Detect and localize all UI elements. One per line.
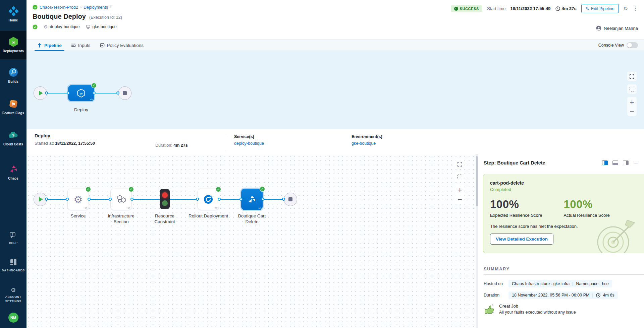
sidebar-item-dashboards[interactable]: DASHBOARDS [0,256,26,276]
breadcrumb-deployments-link[interactable]: Deployments [84,5,108,10]
user-icon [596,25,601,31]
zoom-in-button[interactable]: + [455,185,465,194]
tab-inputs[interactable]: Inputs [66,40,95,51]
fit-selection-button[interactable] [627,84,637,94]
layout-bottom-view-icon[interactable] [612,160,618,165]
layout-minimized-view-icon[interactable] [623,160,629,165]
sidebar-item-home[interactable]: Home [0,2,26,26]
stage-graph-canvas[interactable]: ✓ ∞ </> Deploy + − [26,51,644,129]
fullscreen-button[interactable] [455,159,465,169]
duration-time-value: 4m 6s [603,293,614,298]
view-detailed-execution-button[interactable]: View Detailed Execution [490,234,553,245]
environment-tag[interactable]: gke-boutique [86,24,117,29]
tab-pipeline[interactable]: Pipeline [33,40,66,51]
refresh-icon[interactable]: ↻ [624,5,628,12]
started-at-value: 18/11/2022, 17:55:50 [55,141,95,146]
pipeline-end-node[interactable] [118,86,131,100]
deploy-stage-icon: ∞ [76,88,86,98]
port-icon [239,198,243,201]
code-marker: </> [90,98,93,101]
app-sidebar: Home ∞ Deployments Builds ⚑ Feature Flag… [0,0,26,328]
steps-end-node[interactable] [284,193,297,206]
kebab-menu-icon[interactable]: ⋮ [633,5,638,12]
clock-icon [555,6,560,11]
console-view-label: Console View [598,43,624,48]
svg-text:∞: ∞ [34,6,36,9]
chevron-right-icon: › [80,5,82,9]
step-node-resource-constraint[interactable] [160,189,170,209]
step-node-boutique-cart-delete[interactable]: ✓ </> [241,189,263,210]
service-tag-label: deploy-boutique [50,24,80,29]
service-gear-icon: ⚙ [74,194,83,205]
step-node-service[interactable]: ✓ ⚙ </> [67,189,89,210]
target-illustration [592,216,639,253]
stage-details-title: Deploy [35,133,155,138]
selection-icon [630,87,634,91]
tab-policy-evaluations[interactable]: Policy Evaluations [95,40,149,51]
canvas-scrollbar[interactable] [476,154,478,328]
hosted-on-label: Hosted on [484,281,504,286]
pipeline-tab-icon [37,43,42,48]
zoom-out-button[interactable]: − [627,107,637,116]
fullscreen-icon [630,74,634,79]
breadcrumb-project-link[interactable]: Chaos-Test-in-Prod2 [40,5,78,10]
stage-duration-value: 4m 27s [173,143,187,148]
success-check-icon: ✓ [128,187,134,192]
stage-duration-label: Duration: [155,143,172,148]
play-icon [39,197,43,202]
services-label: Service(s) [234,134,352,139]
fullscreen-icon [458,162,462,167]
sidebar-item-label: ACCOUNT [5,295,21,299]
step-graph-canvas[interactable]: ✓ ⚙ </> Service ✓ </> Infrastructure Sec… [26,154,478,328]
sidebar-item-label: HELP [9,241,18,245]
step-node-rollout-deployment[interactable]: ✓ </> [198,189,219,210]
layout-right-view-icon[interactable] [602,160,608,165]
step-panel-title: Step: Boutique Cart Delete [484,160,545,166]
console-view-toggle[interactable] [627,42,638,48]
stop-icon [288,197,292,201]
step-details-panel: Step: Boutique Cart Delete — cart-pod-de… [478,154,644,328]
summary-duration-label: Duration [484,293,504,298]
fit-selection-button[interactable] [455,172,465,182]
fullscreen-button[interactable] [627,72,637,81]
stage-node-deploy[interactable]: ✓ ∞ </> [68,85,94,101]
thumbs-up-illustration [484,304,496,316]
user-avatar[interactable]: NM [8,313,18,323]
sidebar-item-builds[interactable]: Builds [0,63,26,87]
zoom-out-button[interactable]: − [455,194,465,204]
port-icon [93,91,96,94]
edit-pipeline-button[interactable]: ✎ Edit Pipeline [581,4,619,13]
sidebar-item-chaos[interactable]: Chaos [0,160,26,184]
code-marker: </> [127,206,130,209]
result-subtitle: All your faults executed without any iss… [499,310,576,315]
deployments-icon: ∞ [8,36,19,48]
expected-score-label: Expected Resilience Score [490,213,564,218]
service-tag[interactable]: ⚙ deploy-boutique [44,24,80,29]
stage-details-bar: Deploy Started at: 18/11/2022, 17:55:50 … [26,129,644,154]
zoom-in-button[interactable]: + [627,97,637,107]
sidebar-item-help[interactable]: ? HELP [0,229,26,248]
environment-link[interactable]: gke-boutique [352,141,469,146]
service-link[interactable]: deploy-boutique [234,141,352,146]
sidebar-item-cloud-costs[interactable]: $ Cloud Costs [0,126,26,150]
user-name: Neelanjan Manna [604,26,638,31]
infrastructure-icon [86,24,91,29]
port-icon [282,198,285,201]
svg-text:∞: ∞ [79,91,83,96]
inputs-tab-icon [71,43,76,48]
harness-home-icon [8,5,19,17]
dashboards-icon [10,259,17,267]
step-label: Rollout Deployment [188,213,228,219]
sidebar-item-feature-flags[interactable]: ⚑ Feature Flags [0,95,26,119]
minimize-panel-icon[interactable]: — [633,159,639,166]
result-title: Great Job [499,304,576,309]
step-node-infrastructure[interactable]: ✓ </> [110,189,132,210]
start-time-label: Start time [487,6,506,11]
sidebar-item-account-settings[interactable]: ⚙ ACCOUNT SETTINGS [0,283,26,307]
code-marker: </> [214,206,218,209]
actual-score-value: 100% [564,198,638,211]
duration-range-value: 18 November 2022, 05:56 PM - 06:00 PM [512,293,589,298]
port-icon [261,198,264,201]
sidebar-item-deployments[interactable]: ∞ Deployments [0,31,26,60]
triggered-by: Neelanjan Manna [596,25,638,31]
